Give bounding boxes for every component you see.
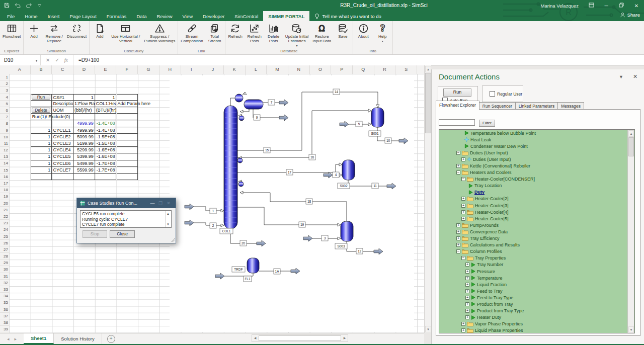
tree-item-column-profiles[interactable]: −Column Profiles	[439, 248, 634, 255]
stream-label-1[interactable]: 1	[210, 208, 216, 214]
tree-item-feed-to-tray-type[interactable]: +Feed to Tray Type	[439, 294, 634, 301]
column-header-o[interactable]: O	[310, 65, 332, 74]
run-cases-button[interactable]: Run	[32, 95, 51, 100]
row-header-22[interactable]: 22	[0, 213, 9, 220]
ribbon-button-total-stream[interactable]: Total Stream	[205, 21, 224, 44]
stream-label-7[interactable]: 7	[268, 100, 275, 105]
tree-item-condenser-water-dew-point[interactable]: Condenser Water Dew Point	[439, 143, 634, 149]
tree-item-liquid-phase-properties[interactable]: +Liquid Phase Properties	[439, 327, 634, 333]
tree-item-tray-properties[interactable]: −Tray Properties	[439, 255, 634, 262]
equipment-label-fl1[interactable]: FL1	[244, 276, 252, 282]
row-header-32[interactable]: 32	[0, 280, 9, 286]
stream-label-14[interactable]: 14	[333, 89, 340, 95]
cell-B9[interactable]: 1	[31, 127, 52, 134]
ribbon-button-add[interactable]: Add	[24, 21, 43, 40]
tree-scroll-up-icon[interactable]: ▲	[628, 130, 634, 137]
ribbon-tab-simme-portal[interactable]: SIMME PORTAL	[263, 11, 309, 21]
stream-label-12[interactable]: 12	[356, 248, 363, 254]
row-header-4[interactable]: 4	[0, 94, 9, 101]
ribbon-button-stream-composition[interactable]: Stream Composition	[179, 21, 205, 44]
tree-item-heater-cooler-3[interactable]: +Heater-Cooler[3]	[439, 202, 634, 209]
cell-B5[interactable]	[31, 101, 52, 107]
ribbon-button-remove-replace[interactable]: Remove / Replace	[43, 21, 64, 44]
stream-label-15[interactable]: 15	[264, 147, 270, 153]
ribbon-button-save[interactable]: Save	[333, 21, 352, 40]
column-header-a[interactable]: A	[9, 65, 31, 74]
ribbon-button-restore-input-data[interactable]: ΩRestore Input Data	[310, 21, 333, 44]
row-header-5[interactable]: 5	[0, 101, 9, 107]
expand-icon[interactable]: +	[465, 289, 469, 293]
dropdown-icon[interactable]: ▾	[382, 40, 383, 43]
stream-label-9[interactable]: 9	[254, 115, 260, 120]
cell-E15[interactable]: -1.7E+08	[95, 167, 117, 174]
cell-cycle-name-5[interactable]: CYCLE5	[52, 153, 73, 160]
stream-label-1a[interactable]: 1A	[274, 269, 280, 274]
close-button[interactable]: ✕	[629, 3, 644, 9]
cell-E12[interactable]: -1.6E+08	[95, 147, 117, 153]
cell-B13[interactable]: 1	[31, 153, 52, 160]
tree-item-feed-to-tray[interactable]: +Feed to Tray	[439, 288, 634, 294]
stream-label-11[interactable]: 11	[372, 183, 378, 189]
column-header-r[interactable]: R	[374, 65, 396, 74]
dialog-title-bar[interactable]: Case Studies Run Con... — ❐ ✕	[77, 198, 176, 208]
collapse-icon[interactable]: −	[456, 151, 460, 155]
cell-D5[interactable]: 1:Flow Ra	[73, 101, 95, 107]
expand-icon[interactable]: +	[465, 270, 469, 274]
ribbon-tab-view[interactable]: View	[178, 11, 198, 21]
row-header-19[interactable]: 19	[0, 193, 9, 200]
stream-label-2[interactable]: 2	[210, 223, 216, 228]
tree-scrollbar[interactable]: ▲ ▼	[627, 130, 634, 333]
tree-scroll-thumb[interactable]	[628, 137, 634, 156]
cell-D16[interactable]	[73, 174, 95, 180]
collapse-icon[interactable]: −	[456, 249, 460, 253]
column-header-l[interactable]: L	[246, 65, 267, 74]
column-header-s[interactable]: S	[395, 65, 417, 74]
row-header-36[interactable]: 36	[0, 306, 9, 313]
column-header-k[interactable]: K	[224, 65, 246, 74]
cell-F7[interactable]	[117, 114, 138, 120]
row-header-1[interactable]: 1	[0, 74, 9, 80]
column-header-p[interactable]: P	[331, 65, 353, 74]
row-header-6[interactable]: 6	[0, 107, 9, 114]
row-header-17[interactable]: 17	[0, 180, 9, 187]
row-header-27[interactable]: 27	[0, 246, 9, 253]
ribbon-button-suppress-publish-warnings[interactable]: Suppress / Publish Warnings	[142, 21, 177, 44]
tree-item-duties-user-input[interactable]: −Duties (User Input)	[439, 149, 634, 156]
row-header-8[interactable]: 8	[0, 120, 9, 127]
stream-label-16[interactable]: 16	[309, 154, 315, 160]
sheet-nav-arrows[interactable]: ◂▸	[0, 333, 24, 344]
share-button[interactable]: Share	[620, 12, 640, 18]
listbox-scrollbar[interactable]: ▲▼	[165, 211, 171, 227]
row-header-11[interactable]: 11	[0, 140, 9, 147]
expand-icon[interactable]: +	[461, 217, 465, 221]
cell-F16[interactable]	[117, 174, 138, 180]
stream-label-17[interactable]: 17	[286, 169, 293, 175]
run-log-listbox[interactable]: CYCLE6 run completeRunning cycle: CYCLE7…	[80, 210, 172, 228]
delete-cases-button[interactable]: Delete	[32, 108, 51, 113]
redo-icon[interactable]	[26, 3, 33, 9]
stream-label-20[interactable]: 20	[240, 240, 247, 246]
cell-D13[interactable]: 5399.99	[73, 153, 95, 160]
cell-B7[interactable]: Run(1)/ Exclude(0)	[31, 114, 52, 120]
ribbon-button-add[interactable]: Add	[90, 21, 109, 40]
ribbon-tab-simcentral[interactable]: SimCentral	[229, 11, 263, 21]
column-header-e[interactable]: E	[95, 65, 117, 74]
cell-cycle-name-3[interactable]: CYCLE3	[52, 140, 73, 147]
row-header-26[interactable]: 26	[0, 240, 9, 246]
cell-D4[interactable]: 1	[73, 94, 95, 101]
row-header-35[interactable]: 35	[0, 299, 9, 306]
cell-D9[interactable]: 4999.99	[73, 127, 95, 134]
cell-B15[interactable]: 1	[31, 167, 52, 174]
row-header-25[interactable]: 25	[0, 233, 9, 240]
expand-icon[interactable]: +	[456, 230, 460, 234]
column-header-n[interactable]: N	[288, 65, 310, 74]
expand-icon[interactable]: +	[465, 283, 469, 287]
column-header-g[interactable]: G	[138, 65, 159, 74]
tree-item-temperature-below-bubble-point[interactable]: Temperature below Bubble Point	[439, 130, 634, 136]
cell-B10[interactable]: 1	[31, 134, 52, 140]
equipment-label-col1[interactable]: COL1	[220, 228, 233, 234]
scroll-up-icon[interactable]: ▲	[425, 66, 431, 72]
minimize-button[interactable]: ─	[599, 3, 614, 9]
cell-B14[interactable]: 1	[31, 160, 52, 167]
expand-icon[interactable]: +	[456, 243, 460, 247]
